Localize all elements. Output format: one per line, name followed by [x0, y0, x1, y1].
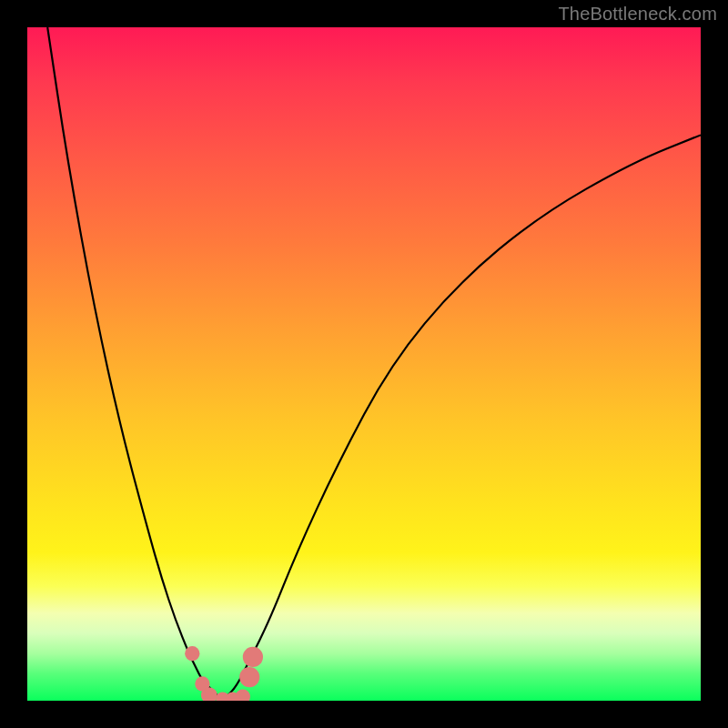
curve-markers [185, 646, 263, 701]
chart-frame: TheBottleneck.com [0, 0, 728, 728]
marker-dot [185, 646, 199, 661]
marker-dot [243, 647, 263, 667]
curve-right-branch [223, 135, 701, 701]
curve-svg [27, 27, 701, 701]
curve-left-branch [47, 27, 222, 701]
marker-dot [239, 667, 259, 687]
marker-dot [236, 689, 250, 701]
watermark-text: TheBottleneck.com [558, 4, 717, 25]
plot-area [27, 27, 701, 701]
